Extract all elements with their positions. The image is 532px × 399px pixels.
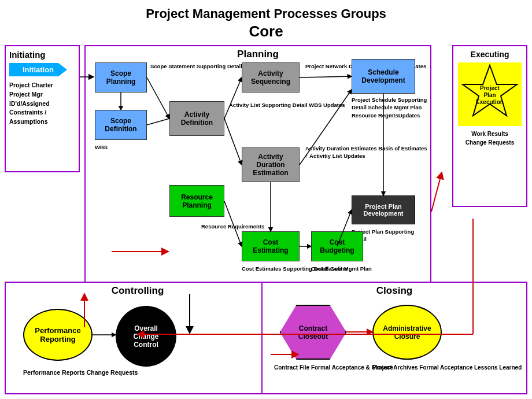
scope-planning-box: Scope Planning xyxy=(95,62,147,93)
cost-budgeting-box: Cost Budgeting xyxy=(311,231,363,261)
schedule-development-box: Schedule Development xyxy=(352,59,415,94)
annot-project-plan: Project Plan Supporting Detail xyxy=(352,228,430,243)
svg-line-19 xyxy=(431,172,442,212)
initiating-text: Project Charter Project Mgr ID'd/Assigne… xyxy=(9,81,75,127)
svg-line-5 xyxy=(147,119,169,125)
annot-activity-list: Activity List Supporting Detail WBS Upda… xyxy=(229,101,345,109)
activity-definition-box: Activity Definition xyxy=(169,101,224,136)
svg-text:Project: Project xyxy=(480,85,500,91)
svg-line-7 xyxy=(224,119,242,165)
svg-line-6 xyxy=(224,77,242,119)
page-title: Project Management Processes Groups xyxy=(0,0,532,23)
executing-footer: Work Results Change Requests xyxy=(457,130,523,147)
project-plan-execution-star: Project Plan Execution xyxy=(458,62,522,126)
annot-schedule: Project Schedule Supporting Detail Sched… xyxy=(352,96,430,119)
contract-closeout: Contract Closeout xyxy=(280,305,346,360)
overall-change-control: Overall Change Control xyxy=(116,306,176,367)
closing-box: Closing Contract Closeout Administrative… xyxy=(261,282,527,394)
activity-duration-box: Activity Duration Estimation xyxy=(242,147,300,182)
activity-sequencing-box: Activity Sequencing xyxy=(242,62,300,93)
executing-box: Executing Project Plan Execution Work Re… xyxy=(452,45,527,207)
annot-cost-estimates: Cost Estimates Supporting Detail Cost Mg… xyxy=(242,265,372,272)
project-plan-dev-box: Project Plan Development xyxy=(352,195,415,224)
initiation-arrow: Initiation xyxy=(9,63,67,76)
executing-title: Executing xyxy=(457,50,523,59)
annot-ad-estimates: Activity Duration Estimates Basis of Est… xyxy=(305,145,430,160)
performance-reporting: Performance Reporting xyxy=(23,309,93,361)
closing-title: Closing xyxy=(263,283,526,299)
page-subtitle: Core xyxy=(0,23,532,40)
controlling-footer: Performance Reports Change Requests xyxy=(23,368,138,377)
controlling-title: Controlling xyxy=(6,283,269,299)
admin-closure: Administrative Closure xyxy=(372,305,442,360)
annot-resource-req: Resource Requirements xyxy=(201,223,264,230)
initiating-box: Initiating Initiation Project Charter Pr… xyxy=(5,45,80,172)
svg-line-4 xyxy=(147,77,169,119)
annot-cost-baseline: Cost Baseline xyxy=(311,265,348,272)
annot-wbs: WBS xyxy=(95,143,108,151)
resource-planning-box: Resource Planning xyxy=(169,185,224,217)
controlling-box: Controlling Performance Reporting Overal… xyxy=(5,282,271,394)
svg-text:Plan: Plan xyxy=(483,92,496,98)
closing-footer-right: Project Archives Formal Acceptance Lesso… xyxy=(372,364,522,372)
planning-box: Planning Scope Planning Scope Statement … xyxy=(84,45,431,294)
svg-text:Execution: Execution xyxy=(476,99,504,105)
cost-estimating-box: Cost Estimating xyxy=(242,231,300,261)
initiating-title: Initiating xyxy=(9,50,75,60)
scope-definition-box: Scope Definition xyxy=(95,110,147,140)
svg-line-8 xyxy=(300,76,352,77)
